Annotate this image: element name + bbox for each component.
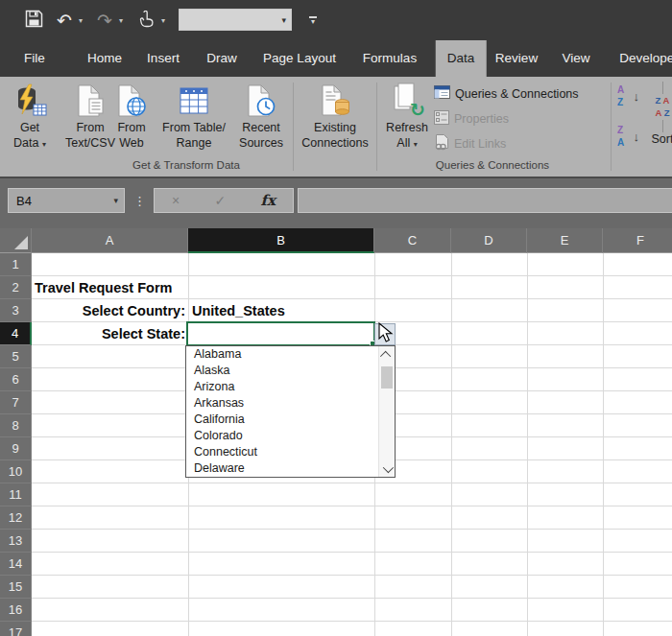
dropdown-item[interactable]: Alaska [186, 363, 378, 379]
formula-input[interactable] [298, 188, 672, 213]
touch-mode-button[interactable] [134, 0, 157, 40]
column-header-a[interactable]: A [32, 228, 188, 253]
edit-links-button[interactable]: Edit Links [434, 132, 506, 155]
row-header[interactable]: 2 [0, 276, 32, 299]
cell-b3[interactable]: United_States [192, 299, 285, 322]
column-header-d[interactable]: D [451, 228, 527, 253]
touch-mode-caret[interactable]: ▾ [161, 0, 165, 40]
refresh-icon: ↻ [410, 99, 425, 121]
recent-sources-label-2: Sources [232, 136, 290, 152]
row-header[interactable]: 15 [0, 576, 32, 599]
row-headers: 1234567891011121314151617 [0, 253, 32, 636]
scroll-up-button[interactable] [379, 346, 395, 363]
tab-page-layout[interactable]: Page Layout [252, 40, 348, 77]
save-icon [25, 10, 43, 31]
row-header[interactable]: 13 [0, 530, 32, 553]
from-table-range-label-2: Range [157, 136, 230, 152]
from-table-range-label-1: From Table/ [157, 121, 230, 136]
name-box[interactable]: B4 ▾ [8, 188, 125, 213]
gridline [603, 253, 604, 636]
customize-qat-button[interactable]: ▾ [305, 0, 321, 40]
row-header[interactable]: 16 [0, 599, 32, 622]
tab-file[interactable]: File [12, 40, 57, 77]
row-header[interactable]: 10 [0, 460, 32, 483]
row-header[interactable]: 6 [0, 368, 32, 391]
row-header[interactable]: 12 [0, 506, 32, 530]
row-header[interactable]: 9 [0, 437, 32, 460]
mouse-cursor [378, 322, 396, 343]
scrollbar-thumb[interactable] [381, 366, 393, 389]
dropdown-item[interactable]: Delaware [186, 460, 378, 477]
cell-a3[interactable]: Select Country: [32, 299, 185, 322]
undo-icon: ↶ [57, 12, 72, 30]
refresh-all-caret: ▾ [414, 140, 418, 149]
cell-a4[interactable]: Select State: [32, 322, 185, 345]
name-box-caret[interactable]: ▾ [113, 196, 124, 205]
tab-review[interactable]: Review [484, 40, 549, 77]
queries-connections-button[interactable]: Queries & Connections [434, 82, 579, 106]
qat-combobox[interactable]: ▾ [179, 9, 292, 31]
enter-icon[interactable]: ✓ [215, 193, 227, 208]
row-header[interactable]: 11 [0, 483, 32, 506]
row-header[interactable]: 4 [0, 322, 32, 345]
column-header-e[interactable]: E [527, 228, 603, 253]
tab-data[interactable]: Data [436, 40, 487, 77]
undo-button[interactable]: ↶ [54, 0, 75, 40]
sort-button[interactable]: Z A A Z Sort [637, 81, 672, 175]
sort-asc-icon-z: Z [617, 98, 623, 107]
title-bar: ↶ ▾ ↷ ▾ ▾ ▾ ▾ [0, 0, 672, 40]
dropdown-item[interactable]: Alabama [186, 346, 378, 363]
dropdown-item[interactable]: Arizona [186, 379, 378, 395]
refresh-all-label-2: All [396, 136, 410, 150]
selected-cell-b4[interactable] [186, 321, 375, 346]
sort-ascending-button[interactable]: A Z ↓ [614, 84, 639, 108]
edit-links-icon [434, 134, 449, 153]
properties-button[interactable]: Properties [434, 107, 509, 130]
redo-button[interactable]: ↷ [94, 0, 115, 40]
select-all-button[interactable] [0, 228, 32, 253]
insert-function-icon[interactable]: fx [260, 192, 275, 209]
sort-label: Sort [637, 132, 672, 148]
sort-desc-icon-a: A [617, 138, 624, 148]
qat-combobox-caret[interactable]: ▾ [281, 15, 291, 25]
dropdown-item[interactable]: Arkansas [186, 395, 378, 412]
sort-asc-icon: A [617, 85, 624, 95]
scroll-down-button[interactable] [379, 460, 395, 477]
tab-home[interactable]: Home [76, 40, 133, 77]
row-header[interactable]: 1 [0, 253, 32, 276]
row-header[interactable]: 5 [0, 345, 32, 368]
dropdown-item[interactable]: Connecticut [186, 444, 378, 460]
column-header-b[interactable]: B [188, 228, 374, 253]
dropdown-item[interactable]: California [186, 412, 378, 428]
tab-developer[interactable]: Developer [608, 40, 672, 77]
table-range-icon [157, 81, 230, 121]
tab-view[interactable]: View [550, 40, 601, 77]
tab-formulas[interactable]: Formulas [351, 40, 428, 77]
dropdown-item[interactable]: Colorado [186, 428, 378, 444]
get-data-label-2: Data [13, 136, 38, 150]
row-header[interactable]: 7 [0, 391, 32, 414]
column-header-f[interactable]: F [603, 228, 672, 253]
row-header[interactable]: 17 [0, 622, 32, 636]
dropdown-scrollbar[interactable] [378, 346, 395, 477]
gridline [451, 253, 452, 636]
tab-draw[interactable]: Draw [195, 40, 249, 77]
excel-window: ↶ ▾ ↷ ▾ ▾ ▾ ▾ File Home Insert Draw Pa [0, 0, 672, 636]
redo-dropdown-caret[interactable]: ▾ [119, 0, 123, 40]
save-button[interactable] [21, 0, 46, 40]
formula-bar-row: B4 ▾ ⋮ × ✓ fx [0, 178, 672, 228]
web-icon [108, 81, 156, 121]
from-web-label-2: Web [108, 136, 156, 152]
row-header[interactable]: 3 [0, 299, 32, 322]
cell-a2[interactable]: Travel Request Form [35, 276, 172, 299]
existing-connections-label-2: Connections [298, 136, 372, 152]
name-box-resizer[interactable]: ⋮ [133, 188, 146, 213]
undo-dropdown-caret[interactable]: ▾ [79, 0, 83, 40]
row-header[interactable]: 8 [0, 414, 32, 437]
cancel-icon[interactable]: × [172, 193, 180, 208]
column-header-c[interactable]: C [374, 228, 451, 253]
sort-descending-button[interactable]: Z A ↓ [614, 125, 639, 149]
existing-connections-icon [298, 81, 372, 121]
row-header[interactable]: 14 [0, 553, 32, 576]
tab-insert[interactable]: Insert [135, 40, 191, 77]
